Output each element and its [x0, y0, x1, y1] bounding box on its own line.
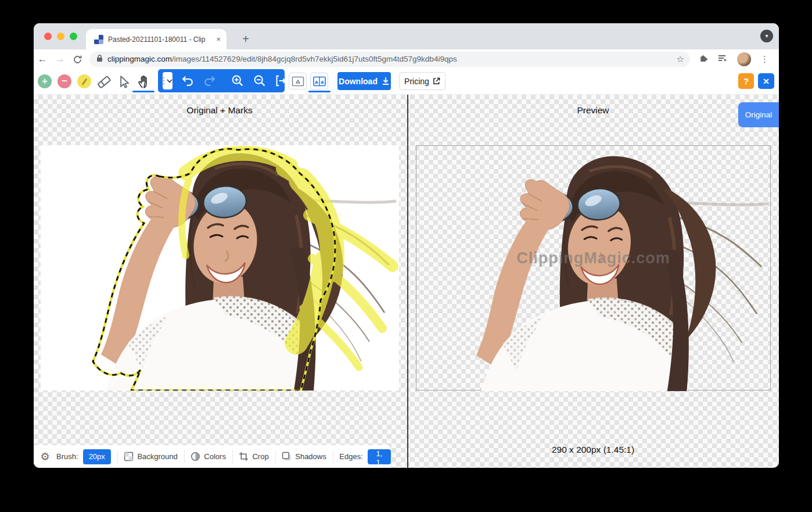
- original-toggle-button[interactable]: Original: [738, 102, 779, 127]
- shadows-label: Shadows: [295, 452, 326, 461]
- close-editor-button[interactable]: ✕: [758, 73, 774, 89]
- canvas-controls: [158, 69, 285, 92]
- bottom-toolbar: ⚙ Brush: 20px Background Colors Crop Sha…: [34, 445, 391, 468]
- tab-close-icon[interactable]: ×: [216, 35, 221, 44]
- active-view-indicator: [308, 91, 330, 92]
- mark-background-tool[interactable]: −: [58, 74, 71, 88]
- browser-window: Pasted-20211101-180011 - Clip × + ▾ ← → …: [34, 23, 779, 468]
- forward-icon[interactable]: →: [51, 53, 69, 65]
- zoom-fit-icon[interactable]: [275, 74, 289, 88]
- toolbar-separator: [117, 450, 118, 463]
- background-label: Background: [137, 452, 177, 461]
- toolbar-separator: [232, 450, 233, 463]
- profile-avatar[interactable]: [737, 52, 751, 66]
- split-view-button[interactable]: [310, 73, 328, 89]
- minimize-window-button[interactable]: [57, 33, 64, 40]
- chrome-actions: ⋮: [698, 52, 769, 66]
- eraser-tool[interactable]: [96, 74, 112, 89]
- extensions-puzzle-icon[interactable]: [698, 53, 708, 65]
- bookmark-star-icon[interactable]: ☆: [677, 54, 684, 65]
- watermark-text: ClippingMagic.com: [516, 249, 670, 267]
- lock-icon: [96, 54, 103, 65]
- toolbar-separator: [184, 450, 185, 463]
- chrome-menu-icon[interactable]: ⋮: [760, 54, 769, 65]
- back-icon[interactable]: ←: [34, 53, 51, 65]
- active-tool-indicator: [132, 91, 155, 92]
- download-icon: [382, 77, 390, 85]
- edges-label: Edges:: [339, 452, 362, 461]
- toolbar-separator: [275, 450, 276, 463]
- shadows-icon: [282, 452, 292, 461]
- select-cursor-tool[interactable]: [116, 74, 131, 89]
- close-window-button[interactable]: [44, 33, 52, 40]
- editor-canvas: Original + Marks Preview ClippingMagic.c…: [34, 95, 779, 468]
- external-link-icon: [433, 77, 440, 85]
- tab-strip: Pasted-20211101-180011 - Clip × + ▾: [34, 23, 779, 49]
- background-icon: [124, 452, 134, 461]
- clippingmagic-favicon: [94, 35, 103, 44]
- left-panel-title: Original + Marks: [186, 105, 252, 116]
- colors-icon: [191, 452, 200, 461]
- panel-divider: [407, 95, 408, 468]
- brush-size-button[interactable]: 20px: [83, 449, 111, 464]
- single-view-button[interactable]: [289, 73, 307, 89]
- url-bar: ← → clippingmagic.com/images/114527629/e…: [34, 49, 779, 69]
- colors-label: Colors: [204, 452, 226, 461]
- hair-tool[interactable]: [77, 74, 91, 88]
- zoom-in-icon[interactable]: [231, 74, 245, 88]
- brush-label: Brush:: [56, 452, 78, 461]
- preview-image[interactable]: ClippingMagic.com: [416, 145, 771, 391]
- pricing-button-label: Pricing: [404, 77, 429, 86]
- edges-value-button[interactable]: 1, 1, 0: [368, 449, 391, 464]
- tab-search-button[interactable]: ▾: [760, 30, 773, 42]
- colors-button[interactable]: Colors: [191, 452, 226, 461]
- reload-icon[interactable]: [69, 53, 86, 65]
- new-tab-button[interactable]: +: [238, 31, 253, 46]
- shadows-button[interactable]: Shadows: [282, 452, 326, 461]
- zoom-out-icon[interactable]: [253, 74, 267, 88]
- crop-icon: [239, 452, 249, 461]
- settings-gear-icon[interactable]: ⚙: [39, 450, 51, 463]
- url-path: /images/114527629/edit/8jh84gcjq8rd5vh7e…: [172, 55, 457, 63]
- url-domain: clippingmagic.com: [107, 55, 172, 63]
- tab-title: Pasted-20211101-180011 - Clip: [108, 35, 211, 44]
- editor-toolbar: + −: [34, 69, 779, 95]
- reading-list-icon[interactable]: [717, 53, 728, 65]
- address-input[interactable]: clippingmagic.com/images/114527629/edit/…: [89, 52, 690, 67]
- url-text: clippingmagic.com/images/114527629/edit/…: [107, 55, 673, 63]
- background-button[interactable]: Background: [124, 452, 177, 461]
- original-marks-image[interactable]: [41, 145, 399, 391]
- pan-hand-tool[interactable]: [136, 74, 151, 89]
- pricing-button[interactable]: Pricing: [399, 72, 445, 90]
- crop-label: Crop: [252, 452, 268, 461]
- fullscreen-window-button[interactable]: [70, 33, 77, 40]
- tool-options-dropdown[interactable]: [163, 72, 173, 89]
- download-button-label: Download: [339, 77, 378, 86]
- hair-tool-slash: [81, 78, 87, 85]
- download-button[interactable]: Download: [337, 72, 391, 90]
- browser-tab[interactable]: Pasted-20211101-180011 - Clip ×: [86, 29, 227, 49]
- right-image-dimensions: 290 x 200px (1.45:1): [552, 445, 634, 455]
- help-button[interactable]: ?: [738, 73, 754, 89]
- undo-icon[interactable]: [181, 74, 195, 88]
- mark-foreground-tool[interactable]: +: [38, 74, 52, 88]
- right-panel-title: Preview: [577, 105, 609, 116]
- toolbar-separator: [333, 450, 333, 463]
- crop-button[interactable]: Crop: [239, 452, 268, 461]
- redo-icon[interactable]: [203, 74, 217, 88]
